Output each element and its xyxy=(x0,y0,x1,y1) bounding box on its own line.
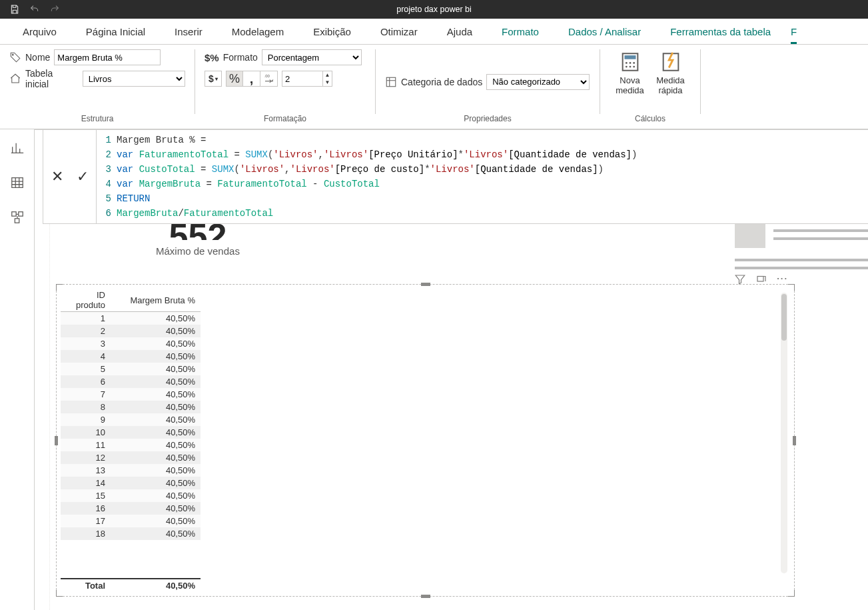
nova-medida-button[interactable]: Nova medida xyxy=(610,49,650,96)
cell-value: 40,50% xyxy=(111,477,201,489)
categoria-select[interactable]: Não categorizado xyxy=(486,74,590,90)
cell-id: 9 xyxy=(61,413,111,426)
data-view-button[interactable] xyxy=(4,169,31,196)
table-row[interactable]: 140,50% xyxy=(61,312,201,325)
tab-dados-analisar[interactable]: Dados / Analisar xyxy=(554,19,655,44)
table-visual[interactable]: ID produto Margem Bruta % 140,50%240,50%… xyxy=(56,284,795,597)
percent-button[interactable]: % xyxy=(226,71,243,87)
nova-medida-label: Nova medida xyxy=(610,76,650,96)
currency-toggle[interactable]: $▾ xyxy=(205,71,222,87)
group-estrutura-label: Estrutura xyxy=(9,114,185,127)
cell-value: 40,50% xyxy=(111,337,201,350)
cell-id: 5 xyxy=(61,363,111,375)
table-row[interactable]: 1840,50% xyxy=(61,527,201,540)
resize-handle-top[interactable] xyxy=(421,283,430,286)
svg-rect-13 xyxy=(11,212,15,216)
group-formatacao-label: Formatação xyxy=(205,114,366,127)
cell-value: 40,50% xyxy=(111,325,201,337)
formato-select[interactable]: Porcentagem xyxy=(262,49,362,65)
tab-exibicao[interactable]: Exibição xyxy=(298,19,366,44)
table-scroll[interactable]: ID produto Margem Bruta % 140,50%240,50%… xyxy=(61,289,201,577)
tab-formato[interactable]: Formato xyxy=(487,19,554,44)
formula-line: 1Margem Bruta % = xyxy=(97,133,868,147)
commit-formula-button[interactable]: ✓ xyxy=(72,165,93,189)
col-margem-bruta[interactable]: Margem Bruta % xyxy=(111,289,201,312)
formula-editor[interactable]: 1Margem Bruta % =2var FaturamentoTotal =… xyxy=(97,130,868,223)
medida-rapida-button[interactable]: Medida rápida xyxy=(650,49,691,96)
cell-id: 2 xyxy=(61,325,111,337)
decimal-shift-button[interactable]: .00 xyxy=(260,71,278,87)
cancel-formula-button[interactable]: ✕ xyxy=(47,165,68,189)
table-row[interactable]: 340,50% xyxy=(61,337,201,350)
spin-up[interactable]: ▲ xyxy=(323,71,332,79)
cell-id: 10 xyxy=(61,426,111,439)
spin-down[interactable]: ▼ xyxy=(323,79,332,86)
cell-value: 40,50% xyxy=(111,312,201,325)
tab-extra[interactable]: F xyxy=(785,19,802,44)
resize-handle-bottom[interactable] xyxy=(421,595,430,598)
tab-inserir[interactable]: Inserir xyxy=(160,19,217,44)
table-row[interactable]: 1640,50% xyxy=(61,502,201,515)
model-view-button[interactable] xyxy=(4,204,31,231)
data-table: ID produto Margem Bruta % 140,50%240,50%… xyxy=(61,289,201,540)
undo-icon[interactable] xyxy=(29,4,40,15)
tabela-inicial-select[interactable]: Livros xyxy=(83,71,185,87)
cell-value: 40,50% xyxy=(111,375,201,388)
table-row[interactable]: 640,50% xyxy=(61,375,201,388)
svg-point-5 xyxy=(625,62,627,64)
categoria-label: Categoria de dados xyxy=(401,77,482,87)
nome-input[interactable] xyxy=(54,49,161,65)
resize-handle-right[interactable] xyxy=(793,436,796,445)
table-row[interactable]: 1540,50% xyxy=(61,489,201,502)
table-row[interactable]: 1240,50% xyxy=(61,451,201,464)
tab-ajuda[interactable]: Ajuda xyxy=(432,19,487,44)
tab-pagina-inicial[interactable]: Página Inicial xyxy=(71,19,160,44)
redo-icon[interactable] xyxy=(49,4,60,15)
formula-bar[interactable]: ✕ ✓ 1Margem Bruta % =2var FaturamentoTot… xyxy=(43,129,868,224)
table-row[interactable]: 1340,50% xyxy=(61,464,201,477)
svg-point-10 xyxy=(633,66,635,68)
format-icon: $% xyxy=(205,52,219,63)
col-id-produto[interactable]: ID produto xyxy=(61,289,111,312)
decimals-spinner[interactable]: ▲▼ xyxy=(282,71,332,87)
tag-icon xyxy=(9,51,21,63)
tab-ferramentas-tabela[interactable]: Ferramentas da tabela xyxy=(655,19,785,44)
kpi-card[interactable]: 552 Máximo de vendas xyxy=(156,223,240,257)
table-row[interactable]: 840,50% xyxy=(61,401,201,413)
table-row[interactable]: 1040,50% xyxy=(61,426,201,439)
cell-id: 4 xyxy=(61,350,111,363)
nome-label: Nome xyxy=(25,52,50,63)
medida-rapida-label: Medida rápida xyxy=(650,76,691,96)
table-row[interactable]: 740,50% xyxy=(61,388,201,401)
formula-bar-buttons: ✕ ✓ xyxy=(43,130,97,223)
save-icon[interactable] xyxy=(9,4,20,15)
table-row[interactable]: 1440,50% xyxy=(61,477,201,489)
cell-value: 40,50% xyxy=(111,413,201,426)
group-calculos-label: Cálculos xyxy=(610,114,691,127)
table-row[interactable]: 240,50% xyxy=(61,325,201,337)
report-view-button[interactable] xyxy=(4,135,31,161)
dollar-button[interactable]: $▾ xyxy=(205,71,222,87)
tab-modelagem[interactable]: Modelagem xyxy=(217,19,298,44)
tab-otimizar[interactable]: Otimizar xyxy=(366,19,432,44)
thousands-button[interactable]: , xyxy=(243,71,260,87)
formato-label: Formato xyxy=(223,52,258,63)
table-scrollbar[interactable] xyxy=(781,293,787,573)
quick-access xyxy=(0,4,60,15)
svg-rect-12 xyxy=(11,178,23,188)
decimals-input[interactable] xyxy=(282,71,322,86)
table-total-row: Total 40,50% xyxy=(61,578,201,592)
table-row[interactable]: 440,50% xyxy=(61,350,201,363)
resize-handle-left[interactable] xyxy=(55,436,58,445)
number-format-seg: % , .00 xyxy=(226,71,278,87)
tab-arquivo[interactable]: Arquivo xyxy=(8,19,71,44)
table-row[interactable]: 1140,50% xyxy=(61,439,201,451)
table-row[interactable]: 1740,50% xyxy=(61,515,201,527)
table-row[interactable]: 540,50% xyxy=(61,363,201,375)
formula-line: 2var FaturamentoTotal = SUMX('Livros','L… xyxy=(97,147,868,162)
tabela-inicial-label: Tabela inicial xyxy=(25,68,79,89)
table-row[interactable]: 940,50% xyxy=(61,413,201,426)
cell-id: 14 xyxy=(61,477,111,489)
total-label: Total xyxy=(61,581,111,591)
cell-id: 11 xyxy=(61,439,111,451)
